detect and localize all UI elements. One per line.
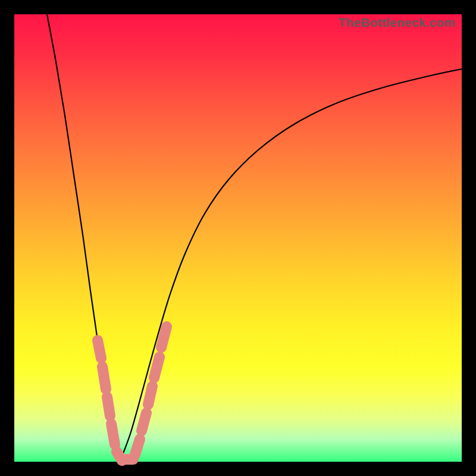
bead [107, 397, 110, 416]
bead [148, 386, 152, 405]
plot-area: TheBottleneck.com [14, 14, 462, 462]
bead [142, 413, 146, 431]
chart-frame: TheBottleneck.com [0, 0, 476, 476]
beads-group [98, 327, 167, 461]
bead [111, 424, 115, 444]
curve-layer [14, 14, 462, 462]
bead [102, 367, 106, 389]
bead [98, 340, 101, 358]
bead [135, 439, 140, 455]
curve-right-branch [120, 69, 462, 461]
bead [154, 357, 159, 378]
bead [161, 327, 167, 347]
